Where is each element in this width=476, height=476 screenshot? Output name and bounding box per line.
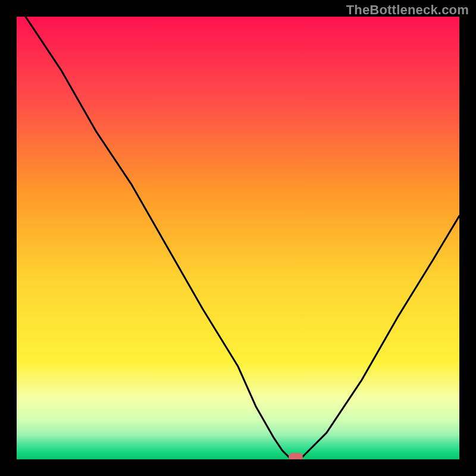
plot-area — [17, 17, 459, 459]
watermark-text: TheBottleneck.com — [346, 2, 469, 18]
optimal-point-marker — [289, 453, 303, 459]
bottleneck-curve — [17, 17, 459, 459]
chart-outer-frame: TheBottleneck.com — [0, 0, 476, 476]
